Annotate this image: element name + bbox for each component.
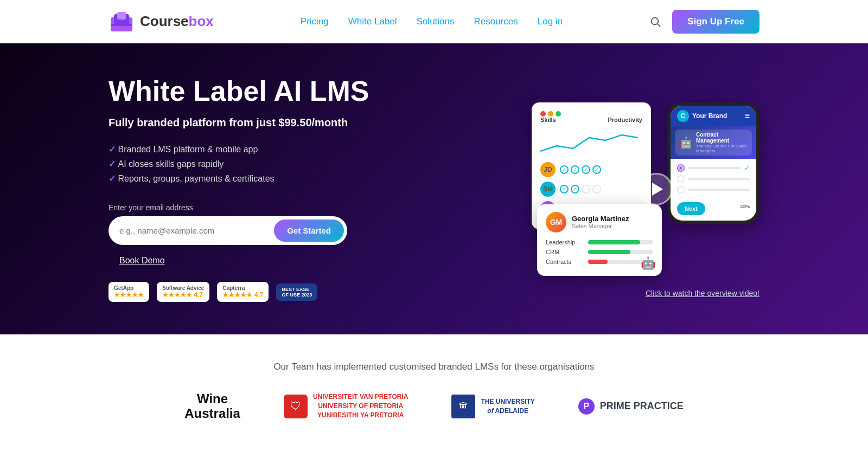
nav-pricing[interactable]: Pricing <box>301 16 329 27</box>
hero-subtitle: Fully branded platform from just $99.50/… <box>108 117 423 129</box>
play-triangle-icon <box>652 183 663 196</box>
logo-pretoria: 🛡 UNIVERSITEIT VAN PRETORIAUNIVERSITY OF… <box>284 392 409 419</box>
feature-3: Reports, groups, payments & certificates <box>108 173 423 184</box>
feature-2: AI closes skills gaps rapidly <box>108 159 423 169</box>
badge-capterra-best: BEST EASEOF USE 2023 <box>276 283 317 301</box>
nav-white-label[interactable]: White Label <box>348 16 397 27</box>
best-label: BEST EASEOF USE 2023 <box>282 287 312 298</box>
badge-capterra: Capterra★★★★★ 4.7 <box>217 282 269 302</box>
check-1: ✓ <box>560 165 569 174</box>
badge-software-advice: Software Advice★★★★★ 4.7 <box>157 282 209 302</box>
option-3 <box>677 186 750 193</box>
skill-bar-2 <box>588 250 630 254</box>
phone-course-image: 🤖 Contract Management Training Course Fo… <box>671 126 756 159</box>
email-form: Get Started <box>108 216 347 245</box>
feature-1: Branded LMS platform & mobile app <box>108 144 423 154</box>
dot-green <box>556 111 561 117</box>
nav-solutions[interactable]: Solutions <box>417 16 455 27</box>
logos-section: Our Team has implemented customised bran… <box>0 334 868 448</box>
option-1: ✓ <box>677 164 750 172</box>
nav-login[interactable]: Log in <box>538 16 563 27</box>
svg-rect-3 <box>111 24 132 26</box>
phone-menu-icon: ≡ <box>745 111 750 121</box>
navbar: Coursebox Pricing White Label Solutions … <box>0 0 868 43</box>
person-row-2: SM ✓ ✓ ○ ○ <box>540 182 642 197</box>
watch-video-link[interactable]: Click to watch the overview video! <box>646 289 760 298</box>
profile-card: GM Georgia Martinez Sales Manager Leader… <box>537 204 662 276</box>
profile-role: Sales Manager <box>572 223 629 229</box>
phone-next-button[interactable]: Next <box>677 202 705 215</box>
hero-title: White Label AI LMS <box>108 76 423 107</box>
dot-yellow <box>548 111 553 117</box>
option-1-check: ✓ <box>744 164 750 172</box>
badge-getapp: GetApp★★★★★ <box>108 282 149 302</box>
logo[interactable]: Coursebox <box>108 9 214 35</box>
profile-avatar: GM <box>546 212 566 233</box>
col-productivity: Productivity <box>608 117 642 123</box>
profile-top: GM Georgia Martinez Sales Manager <box>546 212 653 233</box>
logo-prime-practice: P PRIME PRACTICE <box>578 398 684 415</box>
hero-section: White Label AI LMS Fully branded platfor… <box>0 43 868 334</box>
check-3: ✓ <box>582 165 590 174</box>
card-columns: Skills Productivity <box>540 117 642 123</box>
phone-course-sub: Training Course For Sales Managers <box>696 144 748 153</box>
col-skills: Skills <box>540 117 556 123</box>
book-demo-link[interactable]: Book Demo <box>119 256 165 265</box>
skill-leadership: Leadership <box>546 239 653 246</box>
check-8: ○ <box>592 185 601 193</box>
nav-links: Pricing White Label Solutions Resources … <box>301 16 563 27</box>
phone-body: ✓ Next 30% <box>671 159 756 221</box>
body-section: If you are looking for a fully branded i… <box>0 448 868 452</box>
hero-right: Skills Productivity JD ✓ ✓ ✓ ✓ <box>532 102 760 276</box>
search-icon[interactable] <box>649 16 661 28</box>
pretoria-text: UNIVERSITEIT VAN PRETORIAUNIVERSITY OF P… <box>313 392 409 419</box>
avatar-1: JD <box>540 162 556 177</box>
skill-label-2: CRM <box>546 249 584 255</box>
chart-svg <box>540 130 638 157</box>
hero-left: White Label AI LMS Fully branded platfor… <box>108 76 423 302</box>
phone-options: ✓ <box>677 164 750 193</box>
logo-wine-australia: WineAustralia <box>184 392 240 421</box>
profile-name: Georgia Martinez <box>572 215 629 223</box>
getapp-label: GetApp★★★★★ <box>114 285 144 299</box>
svg-point-4 <box>652 17 659 24</box>
nav-resources[interactable]: Resources <box>474 16 518 27</box>
skill-label-3: Contracts <box>546 259 584 265</box>
check-2: ✓ <box>571 165 579 174</box>
adelaide-shield-icon: 🏛 <box>451 395 475 418</box>
phone-brand: Your Brand <box>692 112 727 120</box>
wine-australia-text: WineAustralia <box>184 392 240 421</box>
email-input[interactable] <box>119 226 274 235</box>
skill-crm: CRM <box>546 249 653 255</box>
skill-bar-3 <box>588 260 608 264</box>
pretoria-shield-icon: 🛡 <box>284 395 308 418</box>
play-button[interactable] <box>640 173 673 205</box>
svg-rect-2 <box>117 12 126 20</box>
skill-label-1: Leadership <box>546 239 584 246</box>
logo-icon <box>108 9 135 35</box>
logo-adelaide: 🏛 THE UNIVERSITYof ADELAIDE <box>451 395 534 418</box>
capterra-label: Capterra★★★★★ 4.7 <box>222 285 263 299</box>
hero-features: Branded LMS platform & mobile app AI clo… <box>108 144 423 184</box>
prime-p-icon: P <box>578 398 595 415</box>
check-6: ✓ <box>571 185 579 193</box>
signup-button[interactable]: Sign Up Free <box>672 10 760 34</box>
phone-card: C Your Brand ≡ 🤖 Contract Management Tra… <box>667 102 760 224</box>
get-started-button[interactable]: Get Started <box>274 219 344 242</box>
person-row-1: JD ✓ ✓ ✓ ✓ <box>540 162 642 177</box>
check-5: ✓ <box>560 185 569 193</box>
sa-label: Software Advice★★★★★ 4.7 <box>162 285 204 299</box>
skill-bar-1 <box>588 240 640 244</box>
logos-row: WineAustralia 🛡 UNIVERSITEIT VAN PRETORI… <box>43 392 825 421</box>
avatar-2: SM <box>540 182 556 197</box>
prime-practice-text: PRIME PRACTICE <box>600 401 684 412</box>
svg-line-5 <box>658 24 660 27</box>
phone-course-title: Contract Management <box>696 132 748 144</box>
option-2 <box>677 175 750 183</box>
logo-text: Coursebox <box>140 13 214 30</box>
card-dots <box>540 111 642 117</box>
email-label: Enter your email address <box>108 203 423 212</box>
badges: GetApp★★★★★ Software Advice★★★★★ 4.7 Cap… <box>108 282 423 302</box>
robot-icon: 🤖 <box>641 256 655 270</box>
check-7: ○ <box>582 185 590 193</box>
